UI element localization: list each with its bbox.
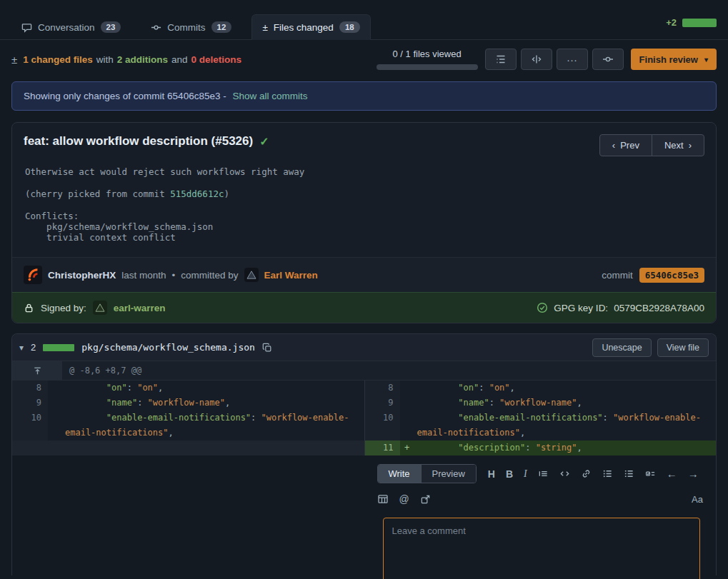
outdent-icon[interactable]: ← xyxy=(667,468,677,480)
next-commit-button[interactable]: Next › xyxy=(652,134,704,156)
new-line-code: "description": "string", xyxy=(414,440,717,455)
deletions-count: 0 deletions xyxy=(191,54,242,65)
bold-icon[interactable]: B xyxy=(506,468,513,480)
diff-options-button[interactable]: ··· xyxy=(557,49,588,70)
author-avatar[interactable] xyxy=(24,266,42,284)
code-token xyxy=(417,443,459,453)
new-line-sign xyxy=(400,381,414,396)
code-token xyxy=(65,398,106,408)
write-tab[interactable]: Write xyxy=(378,465,421,483)
diff-file-box: ▾ 2 pkg/schema/workflow_schema.json Unes… xyxy=(11,333,717,575)
code-token: , xyxy=(169,428,174,438)
commit-icon xyxy=(151,22,161,33)
finish-review-label: Finish review xyxy=(639,54,698,65)
committer-name[interactable]: Earl Warren xyxy=(264,270,318,281)
file-tree-toggle-button[interactable] xyxy=(485,49,517,70)
gpg-key-id: 0579CB2928A78A00 xyxy=(614,303,704,313)
bullet-list-icon[interactable] xyxy=(602,468,613,479)
banner-text: Showing only changes of commit 65406c85e… xyxy=(24,91,229,101)
unescape-button[interactable]: Unescape xyxy=(592,338,651,357)
files-viewed-bar xyxy=(377,64,478,70)
numbered-list-icon[interactable] xyxy=(624,468,634,479)
expand-hunk-button[interactable] xyxy=(12,361,62,380)
font-toggle-icon[interactable]: Aa xyxy=(692,494,703,505)
cherry-pick-line: (cherry picked from commit 515dd6612c) xyxy=(25,188,703,199)
code-token: : xyxy=(251,413,261,423)
diff-stat-added: +2 xyxy=(666,17,677,28)
gpg-key-label: GPG key ID: xyxy=(554,303,608,313)
old-line-number[interactable]: 10 xyxy=(12,411,48,440)
code-token: , xyxy=(577,443,582,453)
code-token: , xyxy=(510,383,515,393)
new-line-number[interactable]: 11 xyxy=(364,440,400,455)
commit-status-check-icon[interactable]: ✓ xyxy=(259,135,269,148)
code-token: "on" xyxy=(458,383,479,393)
view-file-button[interactable]: View file xyxy=(657,338,709,357)
cherry-pick-hash-link[interactable]: 515dd6612c xyxy=(170,188,224,199)
comment-textarea[interactable] xyxy=(383,518,701,579)
old-line-number[interactable]: 8 xyxy=(12,381,48,396)
tab-commits[interactable]: Commits 12 xyxy=(141,15,241,39)
quote-icon[interactable] xyxy=(538,468,549,479)
markdown-toolbar: H B I xyxy=(488,468,699,480)
old-line-number xyxy=(12,440,48,455)
indent-icon[interactable]: → xyxy=(688,468,699,480)
tab-files-changed[interactable]: ± Files changed 18 xyxy=(251,14,370,40)
new-line-number[interactable]: 10 xyxy=(364,411,400,440)
hunk-header-row: @ -8,6 +8,7 @@ xyxy=(12,361,716,381)
old-line-number[interactable]: 9 xyxy=(12,396,48,411)
diff-rows: 8 "on": "on",8 "on": "on",9 "name": "wor… xyxy=(12,381,716,455)
new-line-number[interactable]: 8 xyxy=(364,381,400,396)
commit-author[interactable]: ChristopherHX xyxy=(48,270,116,281)
code-token: : xyxy=(489,398,499,408)
link-icon[interactable] xyxy=(581,468,592,479)
commit-select-button[interactable] xyxy=(592,49,624,70)
changed-files-count[interactable]: 1 changed files xyxy=(23,54,93,65)
caret-down-icon: ▾ xyxy=(704,56,708,64)
mention-icon[interactable]: @ xyxy=(399,493,409,505)
cherry-prefix: (cherry picked from commit xyxy=(25,188,170,199)
file-name[interactable]: pkg/schema/workflow_schema.json xyxy=(81,342,255,353)
copy-path-icon[interactable] xyxy=(262,343,272,353)
old-line-code: "name": "workflow-name", xyxy=(62,396,364,411)
collapse-file-chevron-icon[interactable]: ▾ xyxy=(19,343,24,353)
old-line-code: "on": "on", xyxy=(62,381,364,396)
new-line-sign xyxy=(400,396,414,411)
new-line-code: "enable-email-notifications": "workflow-… xyxy=(414,411,717,440)
preview-tab[interactable]: Preview xyxy=(421,465,476,483)
tab-conversation[interactable]: Conversation 23 xyxy=(11,15,131,39)
signer-name[interactable]: earl-warren xyxy=(114,303,166,313)
code-token xyxy=(65,413,106,423)
diff-summary: ± 1 changed files with 2 additions and 0… xyxy=(11,54,241,66)
italic-icon[interactable]: I xyxy=(524,468,527,480)
code-token: , xyxy=(225,398,230,408)
committer-avatar[interactable] xyxy=(244,268,259,282)
heading-icon[interactable]: H xyxy=(488,468,495,480)
new-line-number[interactable]: 9 xyxy=(364,396,400,411)
table-icon[interactable] xyxy=(377,493,389,505)
hunk-header-text: @ -8,6 +8,7 @@ xyxy=(62,361,716,380)
split-view-button[interactable] xyxy=(521,49,552,70)
commit-hash-badge[interactable]: 65406c85e3 xyxy=(639,268,704,283)
signer-avatar[interactable] xyxy=(93,301,107,315)
code-token xyxy=(417,413,459,423)
new-line-sign xyxy=(400,411,414,440)
task-list-icon[interactable] xyxy=(645,468,656,479)
code-token: "workflow-name" xyxy=(499,398,577,408)
code-token: : xyxy=(127,383,137,393)
code-icon[interactable] xyxy=(559,468,570,479)
diff-stat-bar xyxy=(682,19,717,27)
reference-icon[interactable] xyxy=(420,494,431,505)
lock-icon xyxy=(24,303,34,313)
finish-review-button[interactable]: Finish review ▾ xyxy=(631,49,717,70)
old-line-sign xyxy=(48,440,62,455)
show-all-commits-link[interactable]: Show all commits xyxy=(232,91,307,101)
inline-comment-region: Write Preview H B I xyxy=(12,455,716,575)
signature-row: Signed by: earl-warren GPG key ID: 0579C… xyxy=(12,292,716,323)
commit-pager: ‹ Prev Next › xyxy=(599,134,704,156)
prev-commit-button[interactable]: ‹ Prev xyxy=(599,134,652,156)
tab-conversation-count: 23 xyxy=(101,21,121,33)
tab-commits-count: 12 xyxy=(211,21,232,33)
old-line-sign xyxy=(48,381,62,396)
signed-by-label: Signed by: xyxy=(41,303,86,313)
